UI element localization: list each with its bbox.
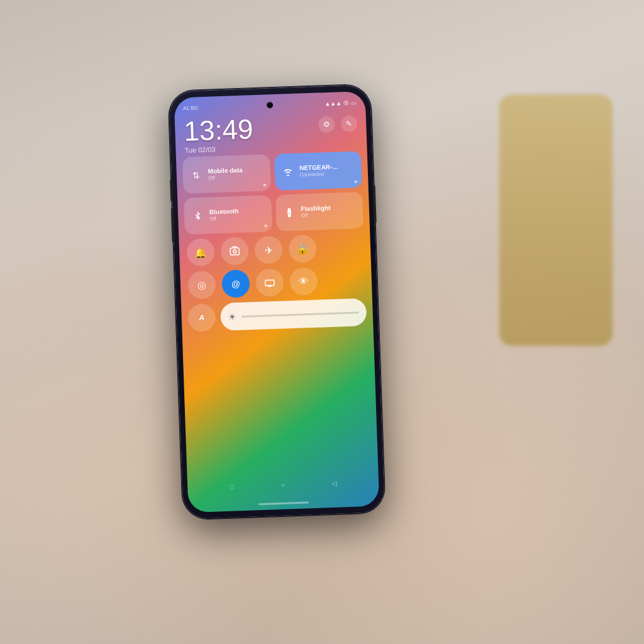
brightness-slider[interactable]: ☀ (220, 298, 367, 331)
svg-rect-0 (230, 248, 239, 255)
settings-icon[interactable]: ⚙ (318, 116, 335, 133)
screenshot-tile[interactable] (220, 237, 249, 266)
bluetooth-sub: Off (209, 215, 239, 222)
bluetooth-tile[interactable]: Bluetooth Off ▶ (184, 195, 272, 235)
wifi-tile-icon (280, 165, 295, 179)
qs-row-1: ⇅ Mobile data Off ▶ (182, 151, 362, 194)
battery-icon: ▭ (351, 99, 357, 106)
brightness-track[interactable] (242, 311, 359, 318)
wifi-sub: Connected (299, 171, 339, 179)
flashlight-text: Flashlight Off (301, 204, 331, 219)
mobile-data-sub: Off (208, 174, 243, 182)
qs-round-row-1: 🔔 ✈ 🔒 (185, 233, 364, 267)
text-size-tile[interactable]: A (187, 303, 216, 332)
clock-time: 13:49 (184, 115, 254, 145)
phone-body: A1 BG ▲▲▲ ⦿ ▭ 13:49 Tue 02/03 ⚙ ✎ (169, 85, 385, 519)
edit-icon[interactable]: ✎ (341, 115, 358, 132)
mobile-data-tile[interactable]: ⇅ Mobile data Off ▶ (182, 154, 270, 194)
status-icons: ▲▲▲ ⦿ ▭ (325, 99, 357, 107)
svg-rect-2 (265, 280, 274, 286)
airplane-tile[interactable]: ✈ (254, 236, 283, 265)
flashlight-tile[interactable]: Flashlight Off (275, 192, 364, 231)
location-tile[interactable]: ◎ (187, 270, 216, 299)
signal-icon: ▲▲▲ (325, 100, 341, 107)
svg-point-1 (233, 250, 236, 253)
wifi-tile[interactable]: NETGEAR-… Connected ▶ (274, 151, 362, 191)
navigation-bar: □ ○ ◁ (187, 476, 379, 494)
mobile-data-icon: ⇅ (189, 168, 204, 182)
flashlight-icon (282, 206, 296, 220)
qs-bottom-row: A ☀ (187, 298, 367, 332)
volume-down-button[interactable] (171, 208, 175, 243)
eye-comfort-tile[interactable]: 👁 (289, 267, 318, 296)
wifi-icon: ⦿ (343, 99, 349, 106)
status-bar: A1 BG ▲▲▲ ⦿ ▭ (174, 91, 366, 117)
bluetooth-arrow: ▶ (265, 223, 268, 228)
home-indicator (258, 501, 309, 505)
cast-tile[interactable] (255, 269, 284, 297)
volume-up-button[interactable] (170, 180, 173, 202)
home-button[interactable]: ○ (277, 479, 289, 491)
bluetooth-text: Bluetooth Off (209, 208, 239, 222)
qs-top-icons: ⚙ ✎ (318, 115, 358, 133)
wifi-arrow: ▶ (355, 179, 358, 184)
wifi-text: NETGEAR-… Connected (299, 164, 339, 179)
phone-wrapper: A1 BG ▲▲▲ ⦿ ▭ 13:49 Tue 02/03 ⚙ ✎ (169, 85, 385, 519)
scene: A1 BG ▲▲▲ ⦿ ▭ 13:49 Tue 02/03 ⚙ ✎ (0, 0, 644, 644)
clock-area: 13:49 Tue 02/03 (184, 115, 254, 154)
recents-button[interactable]: □ (226, 480, 238, 492)
furniture-background (499, 94, 613, 346)
mobile-data-arrow: ▶ (264, 182, 267, 187)
bluetooth-icon (191, 209, 205, 223)
flashlight-sub: Off (301, 212, 331, 219)
brightness-icon: ☀ (228, 311, 237, 321)
qs-row-2: Bluetooth Off ▶ (184, 192, 364, 235)
mobile-data-text: Mobile data Off (208, 167, 243, 182)
lock-tile[interactable]: 🔒 (288, 235, 317, 264)
bell-tile[interactable]: 🔔 (186, 238, 215, 267)
quick-settings-panel: ⇅ Mobile data Off ▶ (182, 151, 367, 335)
phone-screen: A1 BG ▲▲▲ ⦿ ▭ 13:49 Tue 02/03 ⚙ ✎ (174, 91, 380, 513)
clock-date: Tue 02/03 (184, 144, 253, 154)
data-saver-tile[interactable]: @ (221, 269, 250, 298)
back-button[interactable]: ◁ (328, 477, 340, 489)
qs-round-row-2: ◎ @ 👁 (186, 265, 365, 299)
carrier-label: A1 BG (183, 105, 198, 111)
